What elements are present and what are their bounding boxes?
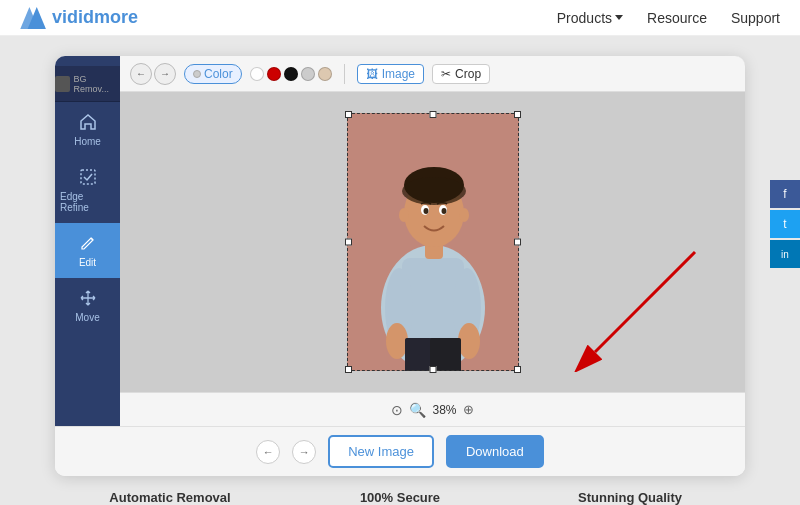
color-swatches	[250, 67, 332, 81]
edit-label: Edit	[79, 257, 96, 268]
logo-icon	[20, 7, 48, 29]
social-sidebar: f t in	[770, 180, 800, 268]
handle-tm[interactable]	[429, 111, 436, 118]
feature-card-1: 100% Secure After you handle the photos …	[285, 490, 515, 505]
color-dot-icon	[193, 70, 201, 78]
feature-title-1: 100% Secure	[300, 490, 500, 505]
new-image-button[interactable]: New Image	[328, 435, 434, 468]
zoom-out-icon[interactable]: 🔍	[409, 402, 426, 418]
color-button[interactable]: Color	[184, 64, 242, 84]
chevron-down-icon	[615, 15, 623, 20]
feature-cards: Automatic Removal Equipped with AI (arti…	[55, 490, 745, 505]
facebook-button[interactable]: f	[770, 180, 800, 208]
selection-box	[347, 113, 519, 371]
zoom-value: 38%	[432, 403, 456, 417]
linkedin-icon: in	[781, 249, 789, 260]
app-inner: BG Remov... Home	[55, 56, 745, 426]
nav-products[interactable]: Products	[557, 10, 623, 26]
redo-button[interactable]: →	[154, 63, 176, 85]
logo-text: vididmore	[52, 7, 138, 28]
handle-mr[interactable]	[514, 239, 521, 246]
feature-title-0: Automatic Removal	[70, 490, 270, 505]
handle-br[interactable]	[514, 366, 521, 373]
crop-icon: ✂	[441, 67, 451, 81]
image-container	[347, 113, 519, 371]
color-label: Color	[204, 67, 233, 81]
sidebar-header: BG Remov...	[55, 66, 120, 102]
edit-icon	[78, 233, 98, 253]
navbar: vididmore Products Resource Support	[0, 0, 800, 36]
facebook-icon: f	[783, 187, 786, 201]
sidebar: BG Remov... Home	[55, 56, 120, 426]
home-icon	[78, 112, 98, 132]
swatch-black[interactable]	[284, 67, 298, 81]
reset-zoom-icon[interactable]: ⊙	[391, 402, 403, 418]
feature-title-2: Stunning Quality	[530, 490, 730, 505]
linkedin-button[interactable]: in	[770, 240, 800, 268]
download-button[interactable]: Download	[446, 435, 544, 468]
canvas-content	[120, 92, 745, 392]
toolbar-separator	[344, 64, 345, 84]
home-label: Home	[74, 136, 101, 147]
crop-button[interactable]: ✂ Crop	[432, 64, 490, 84]
sidebar-header-label: BG Remov...	[74, 74, 120, 94]
image-button[interactable]: 🖼 Image	[357, 64, 424, 84]
undo-button[interactable]: ←	[130, 63, 152, 85]
toolbar-nav: ← →	[130, 63, 176, 85]
handle-ml[interactable]	[345, 239, 352, 246]
svg-rect-2	[81, 170, 95, 184]
feature-card-0: Automatic Removal Equipped with AI (arti…	[55, 490, 285, 505]
handle-bl[interactable]	[345, 366, 352, 373]
handle-tr[interactable]	[514, 111, 521, 118]
bg-remover-icon	[55, 76, 70, 92]
nav-support[interactable]: Support	[731, 10, 780, 26]
move-icon	[78, 288, 98, 308]
prev-button[interactable]: ←	[256, 440, 280, 464]
swatch-white[interactable]	[250, 67, 264, 81]
next-button[interactable]: →	[292, 440, 316, 464]
swatch-tan[interactable]	[318, 67, 332, 81]
svg-line-24	[595, 252, 695, 352]
swatch-gray[interactable]	[301, 67, 315, 81]
toolbar: ← → Color	[120, 56, 745, 92]
twitter-button[interactable]: t	[770, 210, 800, 238]
bottom-toolbar: ⊙ 🔍 38% ⊕	[120, 392, 745, 426]
feature-card-2: Stunning Quality This free picture backg…	[515, 490, 745, 505]
handle-tl[interactable]	[345, 111, 352, 118]
zoom-in-icon[interactable]: ⊕	[463, 402, 474, 417]
action-bar: ← → New Image Download	[55, 426, 745, 476]
sidebar-item-edge-refine[interactable]: Edge Refine	[55, 157, 120, 223]
twitter-icon: t	[783, 217, 786, 231]
nav-resource[interactable]: Resource	[647, 10, 707, 26]
logo: vididmore	[20, 7, 138, 29]
image-icon: 🖼	[366, 67, 378, 81]
swatch-red[interactable]	[267, 67, 281, 81]
arrow-annotation	[515, 242, 715, 372]
sidebar-item-edit[interactable]: Edit	[55, 223, 120, 278]
app-window: BG Remov... Home	[55, 56, 745, 476]
edge-refine-label: Edge Refine	[60, 191, 115, 213]
sidebar-item-move[interactable]: Move	[55, 278, 120, 333]
zoom-controls: ⊙ 🔍 38% ⊕	[391, 402, 473, 418]
crop-label: Crop	[455, 67, 481, 81]
edge-refine-icon	[78, 167, 98, 187]
image-label: Image	[382, 67, 415, 81]
nav-links: Products Resource Support	[557, 10, 780, 26]
canvas-area: ← → Color	[120, 56, 745, 426]
sidebar-item-home[interactable]: Home	[55, 102, 120, 157]
handle-bm[interactable]	[429, 366, 436, 373]
move-label: Move	[75, 312, 99, 323]
main-content: BG Remov... Home	[0, 36, 800, 505]
